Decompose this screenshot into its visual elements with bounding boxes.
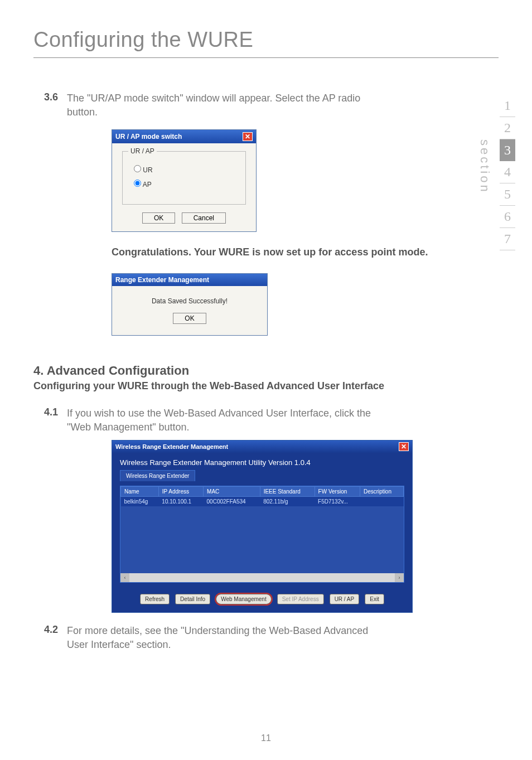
col-ieee[interactable]: IEEE Standard (260, 486, 315, 496)
scroll-right-icon[interactable]: › (395, 573, 404, 582)
dialog-title-bar: UR / AP mode switch ✕ (112, 130, 256, 143)
mgmt-button-row: Refresh Detail Info Web Management Set I… (112, 588, 412, 612)
sidenav-item-2[interactable]: 2 (500, 117, 515, 139)
congrats-text: Congratulations. Your WURE is now set up… (112, 245, 468, 259)
cancel-button[interactable]: Cancel (182, 212, 226, 224)
mgmt-table-panel: Name IP Address MAC IEEE Standard FW Ver… (120, 486, 404, 583)
refresh-button[interactable]: Refresh (140, 594, 170, 604)
dialog-title-bar: Range Extender Management (112, 274, 267, 286)
col-fw[interactable]: FW Version (315, 486, 360, 496)
col-ip[interactable]: IP Address (158, 486, 203, 496)
success-message: Data Saved Successfully! (129, 297, 250, 305)
step-3-6: 3.6 The "UR/AP mode switch" window will … (33, 91, 499, 119)
col-name[interactable]: Name (121, 486, 159, 496)
sidenav-item-7[interactable]: 7 (500, 228, 515, 250)
close-icon[interactable]: ✕ (243, 132, 253, 141)
ok-button[interactable]: OK (142, 212, 175, 224)
urap-groupbox: UR / AP UR AP (122, 151, 246, 205)
mgmt-tab[interactable]: Wireless Range Extender (120, 470, 195, 481)
table-row[interactable]: belkin54g 10.10.100.1 00C002FFA534 802.1… (121, 496, 404, 506)
col-desc[interactable]: Description (360, 486, 403, 496)
page-title: Configuring the WURE (33, 28, 499, 58)
mgmt-window: Wireless Range Extender Management ✕ Wir… (112, 440, 413, 613)
sidenav-item-4[interactable]: 4 (500, 161, 515, 183)
step-text: If you wish to use the Web-Based Advance… (67, 406, 379, 434)
table-header-row: Name IP Address MAC IEEE Standard FW Ver… (121, 486, 404, 496)
step-4-1: 4.1 If you wish to use the Web-Based Adv… (33, 406, 499, 434)
cell-ip: 10.10.100.1 (158, 496, 203, 506)
sidenav-item-3[interactable]: 3 (500, 139, 515, 161)
dialog-title-text: Range Extender Management (115, 276, 209, 284)
cell-desc (360, 496, 403, 506)
mgmt-title-bar: Wireless Range Extender Management ✕ (112, 440, 412, 453)
cell-name: belkin54g (121, 496, 159, 506)
step-text: The "UR/AP mode switch" window will appe… (67, 91, 379, 119)
mgmt-subtitle: Wireless Range Extender Management Utili… (112, 453, 412, 469)
success-dialog: Range Extender Management Data Saved Suc… (112, 273, 268, 336)
horizontal-scrollbar[interactable]: ‹ › (120, 573, 404, 582)
section-vertical-label: section (477, 139, 492, 194)
radio-ap[interactable]: AP (134, 180, 229, 188)
radio-ur-label: UR (143, 166, 152, 174)
step-text: For more details, see the "Understanding… (67, 624, 379, 652)
section-4-heading: 4. Advanced Configuration (33, 364, 499, 378)
cell-ieee: 802.11b/g (260, 496, 315, 506)
page-number: 11 (0, 733, 532, 743)
step-number: 4.2 (33, 624, 67, 652)
close-icon[interactable]: ✕ (399, 442, 409, 451)
dialog-title-text: UR / AP mode switch (115, 133, 182, 141)
table-empty-area (120, 506, 404, 573)
sidenav-item-1[interactable]: 1 (500, 95, 515, 117)
cell-mac: 00C002FFA534 (204, 496, 260, 506)
side-section-nav: 1 2 3 4 5 6 7 (500, 95, 515, 250)
radio-ur-input[interactable] (134, 165, 141, 172)
radio-ap-input[interactable] (134, 180, 141, 187)
radio-ur[interactable]: UR (134, 165, 229, 174)
detail-info-button[interactable]: Detail Info (175, 594, 210, 604)
mgmt-title-text: Wireless Range Extender Management (115, 443, 228, 450)
web-management-button[interactable]: Web Management (216, 594, 272, 604)
col-mac[interactable]: MAC (204, 486, 260, 496)
exit-button[interactable]: Exit (365, 594, 384, 604)
urap-button[interactable]: UR / AP (330, 594, 360, 604)
groupbox-legend: UR / AP (128, 147, 157, 155)
ok-button[interactable]: OK (173, 313, 206, 324)
urap-dialog: UR / AP mode switch ✕ UR / AP UR AP OK C… (112, 129, 257, 232)
set-ip-button[interactable]: Set IP Address (277, 594, 324, 604)
sidenav-item-5[interactable]: 5 (500, 183, 515, 206)
radio-ap-label: AP (143, 181, 152, 188)
device-table: Name IP Address MAC IEEE Standard FW Ver… (120, 486, 404, 506)
scroll-left-icon[interactable]: ‹ (120, 573, 129, 582)
sidenav-item-6[interactable]: 6 (500, 206, 515, 228)
section-4-subheading: Configuring your WURE through the Web-Ba… (33, 380, 499, 392)
cell-fw: F5D7132v... (315, 496, 360, 506)
step-number: 4.1 (33, 406, 67, 434)
step-4-2: 4.2 For more details, see the "Understan… (33, 624, 499, 652)
step-number: 3.6 (33, 91, 67, 119)
